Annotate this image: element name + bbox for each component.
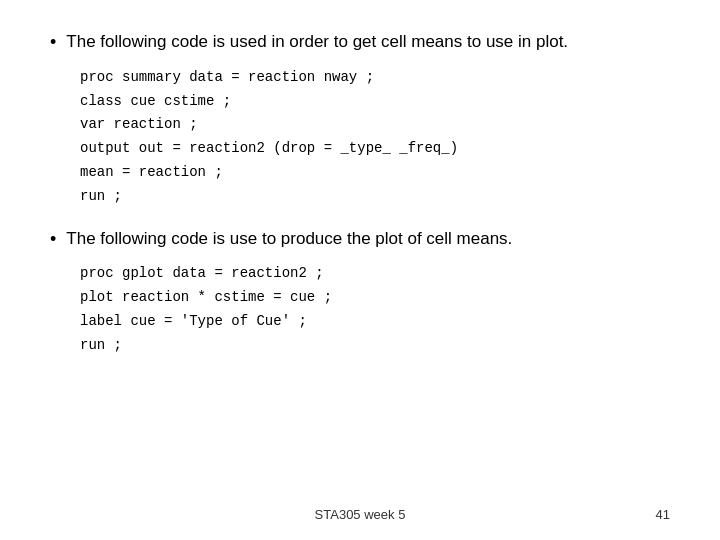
code-block-1: proc summary data = reaction nway ; clas… — [80, 66, 670, 209]
code-1-line-3: var reaction ; — [80, 113, 670, 137]
code-block-2: proc gplot data = reaction2 ; plot react… — [80, 262, 670, 357]
bullet-2-text: The following code is use to produce the… — [66, 227, 512, 251]
code-2-line-1: proc gplot data = reaction2 ; — [80, 262, 670, 286]
code-2-line-4: run ; — [80, 334, 670, 358]
footer-page-number: 41 — [656, 507, 670, 522]
code-2-line-2: plot reaction * cstime = cue ; — [80, 286, 670, 310]
bullet-dot-1: • — [50, 32, 56, 53]
bullet-1: • The following code is used in order to… — [50, 30, 670, 54]
footer-label: STA305 week 5 — [315, 507, 406, 522]
code-1-line-2: class cue cstime ; — [80, 90, 670, 114]
slide-container: • The following code is used in order to… — [0, 0, 720, 540]
bullet-dot-2: • — [50, 229, 56, 250]
code-1-line-1: proc summary data = reaction nway ; — [80, 66, 670, 90]
bullet-2: • The following code is use to produce t… — [50, 227, 670, 251]
code-1-line-5: mean = reaction ; — [80, 161, 670, 185]
code-2-line-3: label cue = 'Type of Cue' ; — [80, 310, 670, 334]
footer: STA305 week 5 41 — [0, 507, 720, 522]
bullet-1-text: The following code is used in order to g… — [66, 30, 568, 54]
code-1-line-6: run ; — [80, 185, 670, 209]
code-1-line-4: output out = reaction2 (drop = _type_ _f… — [80, 137, 670, 161]
